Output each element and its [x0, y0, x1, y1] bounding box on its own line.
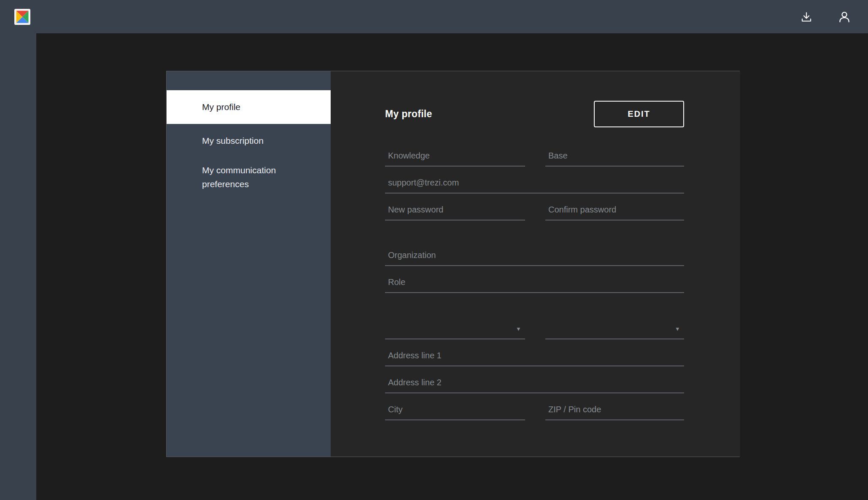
nav-item-label: My profile — [202, 100, 240, 114]
nav-item-label: My communication preferences — [202, 164, 318, 191]
role-field[interactable] — [385, 277, 684, 292]
city-zip-row — [385, 393, 684, 420]
topbar-actions — [798, 8, 856, 25]
profile-button[interactable] — [836, 8, 853, 25]
content-header: My profile EDIT — [385, 101, 684, 127]
city-field-wrap — [385, 393, 525, 420]
zip-field-wrap — [545, 393, 684, 420]
city-field[interactable] — [385, 405, 525, 419]
role-row — [385, 266, 684, 293]
chevron-down-icon: ▾ — [517, 325, 525, 339]
organization-field[interactable] — [385, 250, 684, 265]
name-row — [385, 140, 684, 167]
new-password-field-wrap — [385, 194, 525, 220]
address1-row — [385, 339, 684, 366]
zip-field[interactable] — [545, 405, 684, 419]
left-sidebar-strip — [0, 33, 36, 500]
profile-content: My profile EDIT — [331, 71, 740, 457]
top-bar — [0, 0, 868, 33]
address1-field[interactable] — [385, 351, 684, 366]
account-settings-panel: My profile My subscription My communicat… — [166, 71, 740, 457]
profile-icon — [837, 10, 852, 24]
chevron-down-icon: ▾ — [676, 325, 684, 339]
nav-item-my-profile[interactable]: My profile — [167, 90, 331, 124]
organization-row — [385, 239, 684, 266]
last-name-field[interactable] — [545, 151, 684, 166]
page-title: My profile — [385, 108, 432, 120]
role-field-wrap — [385, 266, 684, 293]
email-row — [385, 167, 684, 194]
organization-field-wrap — [385, 239, 684, 266]
address2-field-wrap — [385, 366, 684, 393]
confirm-password-field[interactable] — [545, 205, 684, 220]
download-icon — [800, 10, 813, 24]
last-name-field-wrap — [545, 140, 684, 167]
address1-field-wrap — [385, 339, 684, 366]
nav-item-label: My subscription — [202, 134, 264, 148]
nav-item-my-communication-preferences[interactable]: My communication preferences — [167, 158, 331, 197]
address2-row — [385, 366, 684, 393]
email-field-wrap — [385, 167, 684, 194]
address2-field[interactable] — [385, 378, 684, 392]
first-name-field[interactable] — [385, 151, 525, 166]
download-button[interactable] — [798, 8, 815, 25]
email-field[interactable] — [385, 178, 684, 193]
dropdown-row: ▾ ▾ — [385, 312, 684, 339]
state-select[interactable]: ▾ — [545, 312, 684, 339]
edit-button[interactable]: EDIT — [594, 101, 684, 127]
new-password-field[interactable] — [385, 205, 525, 220]
profile-form: ▾ ▾ — [385, 140, 684, 420]
country-select[interactable]: ▾ — [385, 312, 525, 339]
settings-nav: My profile My subscription My communicat… — [167, 71, 331, 457]
nav-item-my-subscription[interactable]: My subscription — [167, 124, 331, 158]
trezi-logo[interactable] — [14, 9, 30, 25]
trezi-logo-icon — [14, 9, 30, 25]
password-row — [385, 194, 684, 220]
confirm-password-field-wrap — [545, 194, 684, 220]
first-name-field-wrap — [385, 140, 525, 167]
